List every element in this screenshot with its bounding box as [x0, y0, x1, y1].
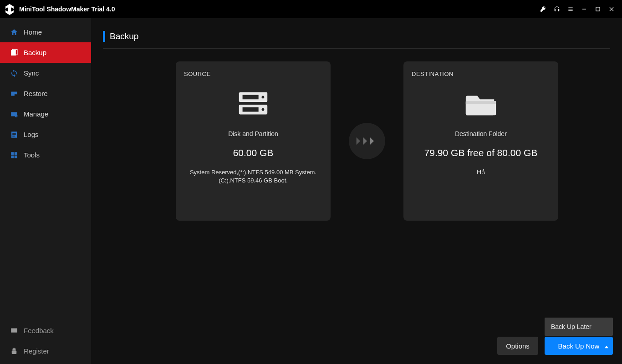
sidebar-item-label: Sync — [24, 69, 39, 77]
destination-card[interactable]: DESTINATION Destination Folder 79.90 GB … — [403, 61, 558, 221]
register-icon — [10, 347, 18, 355]
destination-heading: DESTINATION — [412, 71, 550, 77]
svg-rect-18 — [243, 95, 259, 100]
options-button[interactable]: Options — [497, 337, 538, 355]
sidebar-item-label: Manage — [24, 110, 48, 118]
svg-rect-24 — [466, 101, 496, 104]
destination-path: H:\ — [412, 168, 550, 176]
sidebar-item-feedback[interactable]: Feedback — [0, 320, 91, 341]
maximize-button[interactable] — [591, 0, 605, 18]
sidebar-item-register[interactable]: Register — [0, 341, 91, 361]
destination-type: Destination Folder — [412, 130, 550, 137]
arrow-indicator — [349, 123, 385, 159]
svg-rect-11 — [12, 136, 15, 136]
sidebar-item-label: Logs — [24, 131, 39, 138]
feedback-icon — [10, 327, 18, 335]
svg-rect-0 — [582, 9, 586, 9]
backup-later-item[interactable]: Back Up Later — [545, 318, 613, 336]
svg-rect-6 — [11, 112, 17, 116]
svg-rect-13 — [15, 152, 17, 155]
folder-icon — [412, 86, 550, 122]
svg-rect-1 — [596, 7, 600, 11]
svg-point-22 — [262, 108, 265, 111]
svg-rect-21 — [243, 107, 259, 112]
menu-icon[interactable] — [564, 0, 577, 18]
svg-rect-9 — [12, 133, 16, 134]
source-type: Disk and Partition — [184, 130, 322, 137]
svg-rect-15 — [15, 155, 17, 158]
destination-free: 79.90 GB free of 80.00 GB — [412, 147, 550, 158]
tools-icon — [10, 151, 18, 159]
svg-rect-16 — [12, 350, 17, 354]
home-icon — [10, 28, 18, 36]
caret-up-icon — [605, 342, 608, 350]
sync-icon — [10, 69, 18, 77]
minimize-button[interactable] — [577, 0, 591, 18]
svg-rect-10 — [12, 134, 16, 135]
restore-icon — [10, 90, 18, 98]
backup-icon — [10, 49, 18, 57]
sidebar-item-label: Register — [24, 347, 49, 355]
sidebar: Home Backup Sync Restore Manage Logs — [0, 18, 91, 364]
sidebar-item-label: Backup — [24, 49, 46, 56]
backup-dropdown: Back Up Later — [545, 318, 613, 336]
content-area: Backup SOURCE Disk and Partition — [91, 18, 622, 364]
divider — [103, 48, 610, 49]
accent-bar — [103, 31, 105, 42]
sidebar-item-label: Feedback — [24, 327, 54, 334]
sidebar-item-logs[interactable]: Logs — [0, 124, 91, 145]
disk-icon — [184, 86, 322, 122]
svg-rect-14 — [11, 155, 14, 158]
headset-icon[interactable] — [550, 0, 564, 18]
source-size: 60.00 GB — [184, 147, 322, 158]
sidebar-item-home[interactable]: Home — [0, 22, 91, 42]
app-title: MiniTool ShadowMaker Trial 4.0 — [19, 5, 115, 13]
sidebar-item-tools[interactable]: Tools — [0, 145, 91, 165]
key-icon[interactable] — [536, 0, 550, 18]
backup-later-label: Back Up Later — [551, 323, 591, 330]
sidebar-item-backup[interactable]: Backup — [0, 42, 91, 63]
svg-rect-12 — [11, 152, 14, 155]
source-card[interactable]: SOURCE Disk and Partition 60.00 GB Syste… — [176, 61, 331, 221]
sidebar-item-restore[interactable]: Restore — [0, 83, 91, 104]
app-logo-icon — [4, 3, 15, 15]
svg-point-19 — [262, 96, 265, 98]
sidebar-item-manage[interactable]: Manage — [0, 104, 91, 124]
backup-now-label: Back Up Now — [558, 342, 600, 350]
logs-icon — [10, 131, 18, 139]
sidebar-item-label: Restore — [24, 90, 48, 97]
sidebar-item-label: Home — [24, 28, 42, 36]
page-header: Backup — [103, 31, 610, 42]
manage-icon — [10, 110, 18, 118]
sidebar-item-label: Tools — [24, 151, 40, 159]
sidebar-item-sync[interactable]: Sync — [0, 63, 91, 83]
options-label: Options — [506, 342, 530, 350]
source-detail: System Reserved,(*:).NTFS 549.00 MB Syst… — [184, 168, 322, 185]
backup-now-button[interactable]: Back Up Now — [545, 337, 613, 355]
titlebar: MiniTool ShadowMaker Trial 4.0 — [0, 0, 622, 18]
source-heading: SOURCE — [184, 71, 322, 77]
close-button[interactable] — [605, 0, 618, 18]
page-title: Backup — [110, 31, 138, 41]
